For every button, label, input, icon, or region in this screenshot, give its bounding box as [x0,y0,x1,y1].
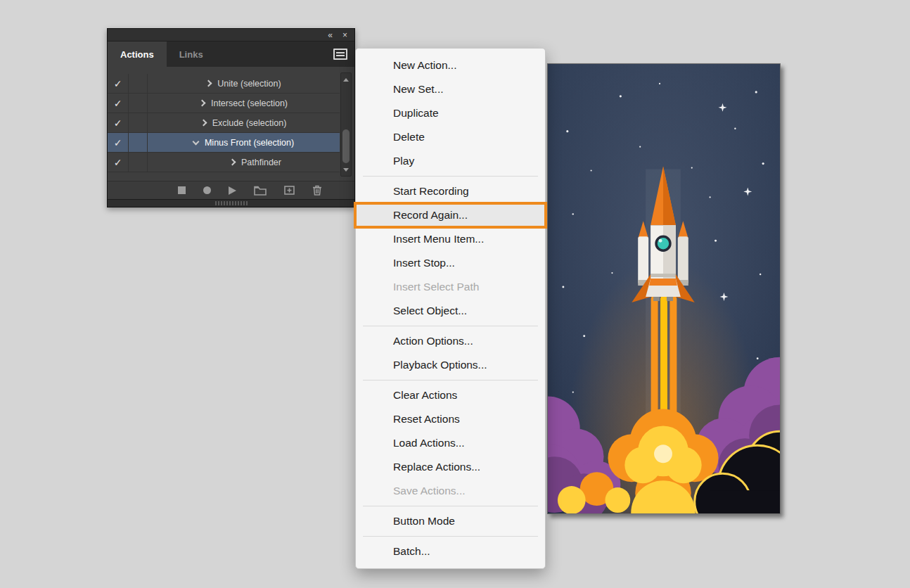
toggle-item-cell[interactable]: ✓ [108,153,129,172]
stop-icon [178,186,186,194]
row-content: Exclude (selection) [148,113,340,132]
chevron-icon[interactable] [199,99,206,106]
check-icon: ✓ [114,157,122,168]
panel-tabbar: Actions Links [108,41,354,67]
chevron-icon[interactable] [229,158,236,165]
menu-item-replace-actions[interactable]: Replace Actions... [356,455,545,479]
new-action-button[interactable] [284,186,295,195]
tabbar-spacer [216,41,326,67]
delete-button[interactable] [312,185,322,196]
menu-item-label: Record Again... [393,209,468,221]
dialog-toggle-cell[interactable] [129,113,148,132]
menu-item-insert-select-path: Insert Select Path [356,275,545,299]
stop-button[interactable] [178,186,186,194]
menu-item-delete[interactable]: Delete [356,125,545,149]
dialog-toggle-cell[interactable] [129,74,148,93]
row-content: Unite (selection) [148,74,340,93]
menu-item-label: Duplicate [393,107,439,119]
check-icon: ✓ [114,98,122,109]
menu-item-new-action[interactable]: New Action... [356,53,545,77]
menu-item-record-again[interactable]: Record Again... [356,203,545,227]
toggle-item-cell[interactable]: ✓ [108,113,129,132]
menu-item-insert-stop[interactable]: Insert Stop... [356,251,545,275]
row-label: Unite (selection) [217,79,281,89]
menu-item-load-actions[interactable]: Load Actions... [356,431,545,455]
new-set-button[interactable] [254,186,267,196]
menu-item-playback-options[interactable]: Playback Options... [356,353,545,377]
menu-item-clear-actions[interactable]: Clear Actions [356,383,545,407]
chevron-icon[interactable] [192,138,199,145]
collapse-panel-icon[interactable]: « [328,31,333,39]
row-content: Minus Front (selection) [148,133,340,152]
menu-item-label: Insert Select Path [393,281,479,293]
menu-item-new-set[interactable]: New Set... [356,77,545,101]
hamburger-menu-icon [333,49,347,60]
menu-item-button-mode[interactable]: Button Mode [356,509,545,533]
tab-links[interactable]: Links [167,41,216,67]
panel-titlebar: « × [108,29,354,41]
menu-item-start-recording[interactable]: Start Recording [356,179,545,203]
row-content: Pathfinder [148,153,340,172]
action-row[interactable]: ✓ Pathfinder [108,153,340,172]
scrollbar-thumb[interactable] [342,129,350,163]
actions-list: ✓ Unite (selection) ✓ Intersect (selecti… [108,67,354,181]
row-label: Intersect (selection) [211,98,288,108]
tab-links-label: Links [179,49,203,60]
dialog-toggle-cell[interactable] [129,94,148,113]
panel-menu-button[interactable] [326,41,354,67]
folder-icon [254,186,267,196]
resize-grip-handle[interactable] [215,201,248,205]
desktop-background: « × Actions Links ✓ Unite (selection) [0,0,910,588]
menu-item-batch[interactable]: Batch... [356,539,545,563]
menu-item-duplicate[interactable]: Duplicate [356,101,545,125]
actions-flyout-menu: New Action... New Set... Duplicate Delet… [355,48,546,569]
menu-item-label: Save Actions... [393,485,466,497]
check-icon: ✓ [114,78,122,89]
chevron-icon[interactable] [200,119,207,126]
toggle-item-cell[interactable]: ✓ [108,133,129,152]
tab-actions[interactable]: Actions [108,41,167,67]
menu-item-insert-menu-item[interactable]: Insert Menu Item... [356,227,545,251]
dialog-toggle-cell[interactable] [129,133,148,152]
menu-item-label: Start Recording [393,185,469,197]
menu-item-label: Button Mode [393,515,455,527]
menu-item-action-options[interactable]: Action Options... [356,329,545,353]
menu-item-save-actions: Save Actions... [356,479,545,503]
rocket-illustration [548,64,780,513]
new-action-icon [284,186,295,195]
record-icon [203,186,211,194]
action-row[interactable]: ✓ Intersect (selection) [108,94,340,113]
menu-item-reset-actions[interactable]: Reset Actions [356,407,545,431]
check-icon: ✓ [114,117,122,129]
vertical-scrollbar[interactable] [340,72,352,177]
menu-item-play[interactable]: Play [356,149,545,173]
menu-item-label: New Set... [393,83,444,95]
panel-resize-strip [108,199,354,207]
menu-separator [363,506,538,506]
chevron-icon[interactable] [205,79,212,87]
record-button[interactable] [203,186,211,194]
menu-item-select-object[interactable]: Select Object... [356,299,545,323]
menu-separator [363,380,538,381]
actions-panel: « × Actions Links ✓ Unite (selection) [107,28,355,207]
scroll-up-icon[interactable] [341,75,351,84]
play-button[interactable] [229,186,236,195]
row-content: Intersect (selection) [148,94,340,113]
close-panel-icon[interactable]: × [342,31,347,39]
tab-actions-label: Actions [120,49,154,60]
action-row[interactable]: ✓ Unite (selection) [108,74,340,94]
row-label: Exclude (selection) [212,118,287,128]
action-row[interactable]: ✓ Exclude (selection) [108,113,340,133]
menu-item-label: Insert Stop... [393,257,455,269]
trash-icon [312,185,322,196]
menu-separator [363,176,538,177]
dialog-toggle-cell[interactable] [129,153,148,172]
action-row[interactable]: ✓ Minus Front (selection) [108,133,340,153]
menu-item-label: Action Options... [393,335,473,347]
row-label: Minus Front (selection) [205,138,294,148]
menu-item-label: Reset Actions [393,413,460,425]
menu-separator [363,326,538,326]
toggle-item-cell[interactable]: ✓ [108,74,129,93]
toggle-item-cell[interactable]: ✓ [108,94,129,113]
scroll-down-icon[interactable] [341,165,351,174]
